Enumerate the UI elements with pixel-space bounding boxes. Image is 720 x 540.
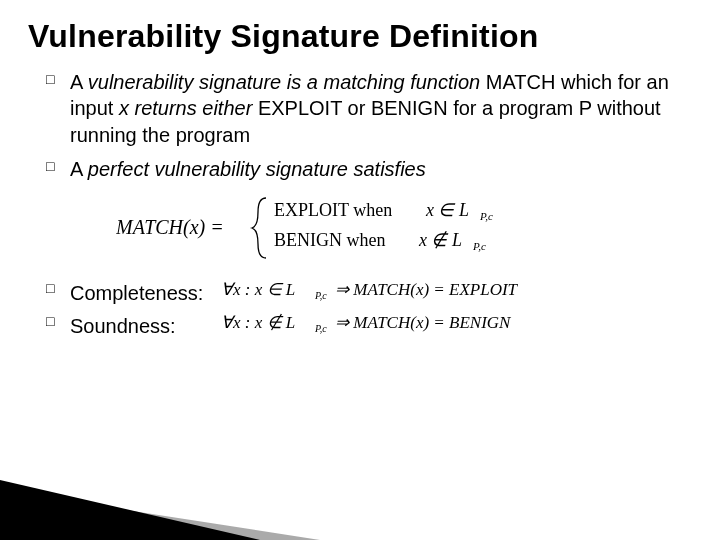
slide-title: Vulnerability Signature Definition [28,18,692,55]
math-lhs: MATCH(x) = [116,216,224,239]
text: A [70,158,88,180]
math-case2-text: BENIGN when [274,230,385,250]
text: A [70,71,88,93]
text-italic: vulnerability signature is a matching fu… [88,71,486,93]
completeness-label: Completeness: [70,280,215,306]
bullet-definition: A vulnerability signature is a matching … [46,69,682,148]
completeness-math: ∀x : x ∈ L P,c ⇒ MATCH(x) = EXPLOIT [221,278,631,308]
soundness-label: Soundness: [70,313,215,339]
math-sub: P,c [314,323,327,334]
math-text: ⇒ MATCH(x) = BENIGN [335,313,512,332]
brace-icon [252,198,266,258]
math-case1-rel: x ∈ L [425,200,469,220]
lower-block: Completeness: ∀x : x ∈ L P,c ⇒ MATCH(x) … [46,278,682,341]
text-italic: returns either [129,97,258,119]
decorative-wedge-black [0,480,260,540]
math-text: ∀x : x ∈ L [221,280,295,299]
soundness-math: ∀x : x ∉ L P,c ⇒ MATCH(x) = BENIGN [221,311,631,341]
bullet-completeness: Completeness: ∀x : x ∈ L P,c ⇒ MATCH(x) … [46,278,682,308]
bullet-soundness: Soundness: ∀x : x ∉ L P,c ⇒ MATCH(x) = B… [46,311,682,341]
math-case2-sub: P,c [472,240,486,252]
text-italic: x [119,97,129,119]
slide-body: A vulnerability signature is a matching … [28,69,692,341]
bullet-perfect: A perfect vulnerability signature satisf… [46,156,682,182]
math-case2-rel: x ∉ L [418,230,462,250]
math-case1-sub: P,c [479,210,493,222]
math-case1-text: EXPLOIT when [274,200,392,220]
math-text: ∀x : x ∉ L [221,313,295,332]
text-italic: perfect vulnerability signature satisfie… [88,158,426,180]
math-text: ⇒ MATCH(x) = EXPLOIT [335,280,519,299]
math-sub: P,c [314,290,327,301]
math-definition: MATCH(x) = EXPLOIT when x ∈ L P,c BENIGN… [116,192,546,264]
slide: Vulnerability Signature Definition A vul… [0,0,720,540]
